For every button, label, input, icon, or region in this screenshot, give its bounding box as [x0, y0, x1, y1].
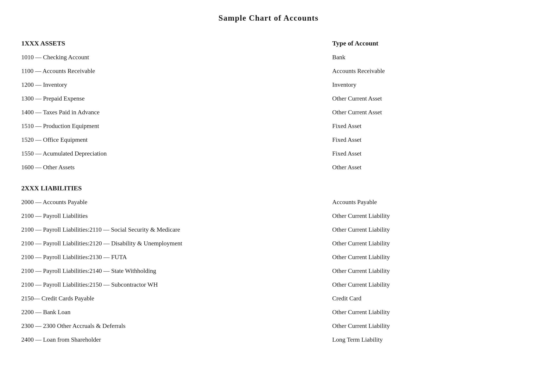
account-type-label: Fixed Asset: [329, 119, 519, 133]
table-row-1510: 1510 — Production EquipmentFixed Asset: [18, 119, 519, 133]
account-label: 2300 — 2300 Other Accruals & Deferrals: [18, 319, 329, 333]
table-row-1550: 1550 — Acumulated DepreciationFixed Asse…: [18, 147, 519, 160]
section-header-label: 2XXX LIABILITIES: [18, 174, 329, 195]
table-row-2100-2120: 2100 — Payroll Liabilities:2120 — Disabi…: [18, 237, 519, 250]
account-label: 1100 — Accounts Receivable: [18, 64, 329, 78]
table-row-2100-2110: 2100 — Payroll Liabilities:2110 — Social…: [18, 223, 519, 237]
account-type-label: Other Current Asset: [329, 105, 519, 119]
account-label: 2400 — Loan from Shareholder: [18, 333, 329, 346]
account-type-label: Other Current Liability: [329, 209, 519, 223]
account-type-label: Other Current Liability: [329, 237, 519, 250]
account-label: 1520 — Office Equipment: [18, 133, 329, 147]
account-label: 2200 — Bank Loan: [18, 305, 329, 319]
account-type-label: Bank: [329, 50, 519, 64]
table-row-1520: 1520 — Office EquipmentFixed Asset: [18, 133, 519, 147]
table-row-2000: 2000 — Accounts PayableAccounts Payable: [18, 195, 519, 209]
table-row-1100: 1100 — Accounts ReceivableAccounts Recei…: [18, 64, 519, 78]
account-label: 1550 — Acumulated Depreciation: [18, 147, 329, 160]
account-type-label: Inventory: [329, 78, 519, 92]
table-row-1200: 1200 — InventoryInventory: [18, 78, 519, 92]
table-row-2150: 2150— Credit Cards PayableCredit Card: [18, 291, 519, 305]
table-row-1300: 1300 — Prepaid ExpenseOther Current Asse…: [18, 92, 519, 105]
account-label: 1200 — Inventory: [18, 78, 329, 92]
table-row-2100-2150: 2100 — Payroll Liabilities:2150 — Subcon…: [18, 278, 519, 291]
account-type-label: Other Current Liability: [329, 278, 519, 291]
table-row-2200: 2200 — Bank LoanOther Current Liability: [18, 305, 519, 319]
account-label: 1510 — Production Equipment: [18, 119, 329, 133]
account-type-label: Accounts Receivable: [329, 64, 519, 78]
account-type-label: Credit Card: [329, 291, 519, 305]
section-header-label: 1XXX ASSETS: [18, 36, 329, 50]
table-row-1600: 1600 — Other AssetsOther Asset: [18, 160, 519, 174]
page-title: Sample Chart of Accounts: [18, 13, 519, 23]
account-label: 2100 — Payroll Liabilities:2130 — FUTA: [18, 250, 329, 264]
account-type-label: Fixed Asset: [329, 133, 519, 147]
account-label: 2100 — Payroll Liabilities:2120 — Disabi…: [18, 237, 329, 250]
table-row-2100-2130: 2100 — Payroll Liabilities:2130 — FUTAOt…: [18, 250, 519, 264]
account-type-label: Long Term Liability: [329, 333, 519, 346]
account-label: 1400 — Taxes Paid in Advance: [18, 105, 329, 119]
account-type-label: Other Current Liability: [329, 319, 519, 333]
account-type-label: Other Current Asset: [329, 92, 519, 105]
account-label: 2100 — Payroll Liabilities:2140 — State …: [18, 264, 329, 278]
account-type-label: Fixed Asset: [329, 147, 519, 160]
account-type-label: Other Current Liability: [329, 305, 519, 319]
account-label: 1600 — Other Assets: [18, 160, 329, 174]
account-label: 2150— Credit Cards Payable: [18, 291, 329, 305]
table-row-1400: 1400 — Taxes Paid in AdvanceOther Curren…: [18, 105, 519, 119]
account-label: 1300 — Prepaid Expense: [18, 92, 329, 105]
table-row-2300: 2300 — 2300 Other Accruals & DeferralsOt…: [18, 319, 519, 333]
accounts-table: 1XXX ASSETSType of Account1010 — Checkin…: [18, 36, 519, 346]
account-label: 2100 — Payroll Liabilities:2110 — Social…: [18, 223, 329, 237]
table-row-2100: 2100 — Payroll LiabilitiesOther Current …: [18, 209, 519, 223]
account-type-label: Accounts Payable: [329, 195, 519, 209]
table-row-2100-2140: 2100 — Payroll Liabilities:2140 — State …: [18, 264, 519, 278]
table-row-liabilities-header: 2XXX LIABILITIES: [18, 174, 519, 195]
section-header-type: Type of Account: [329, 36, 519, 50]
account-type-label: Other Current Liability: [329, 223, 519, 237]
account-type-label: Other Asset: [329, 160, 519, 174]
account-label: 2100 — Payroll Liabilities:2150 — Subcon…: [18, 278, 329, 291]
account-label: 2000 — Accounts Payable: [18, 195, 329, 209]
table-row-1010: 1010 — Checking AccountBank: [18, 50, 519, 64]
account-label: 2100 — Payroll Liabilities: [18, 209, 329, 223]
account-label: 1010 — Checking Account: [18, 50, 329, 64]
account-type-label: Other Current Liability: [329, 250, 519, 264]
account-type-label: Other Current Liability: [329, 264, 519, 278]
table-row-assets-header: 1XXX ASSETSType of Account: [18, 36, 519, 50]
section-header-type: [329, 174, 519, 195]
table-row-2400: 2400 — Loan from ShareholderLong Term Li…: [18, 333, 519, 346]
